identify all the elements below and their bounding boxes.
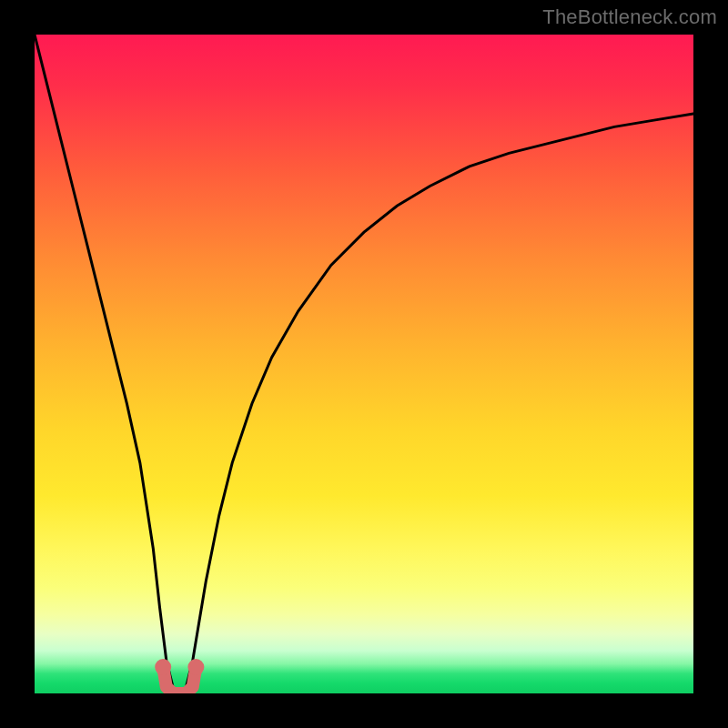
watermark-text: TheBottleneck.com [542, 5, 717, 29]
notch-endpoint [187, 659, 204, 675]
chart-frame: TheBottleneck.com [0, 0, 728, 728]
notch-endpoint [155, 659, 171, 675]
plot-area [35, 35, 693, 693]
bottleneck-curve [35, 35, 693, 693]
notch-markers [155, 659, 204, 693]
curve-layer [35, 35, 693, 693]
